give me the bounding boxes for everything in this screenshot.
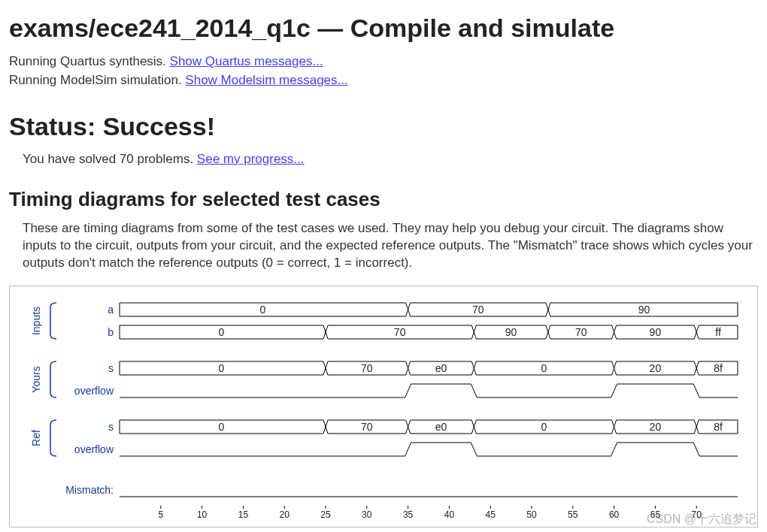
svg-text:70: 70 — [361, 362, 373, 374]
svg-text:e0: e0 — [435, 421, 447, 433]
svg-text:0: 0 — [541, 421, 547, 433]
timing-heading: Timing diagrams for selected test cases — [9, 188, 758, 211]
svg-text:Ref: Ref — [30, 430, 42, 446]
svg-text:20: 20 — [650, 362, 662, 374]
svg-text:70: 70 — [472, 304, 484, 316]
svg-text:0: 0 — [219, 326, 225, 338]
svg-text:a: a — [108, 304, 114, 316]
quartus-line: Running Quartus synthesis. Show Quartus … — [9, 53, 758, 71]
svg-text:15: 15 — [238, 509, 249, 520]
quartus-link[interactable]: Show Quartus messages... — [170, 54, 323, 68]
svg-text:35: 35 — [403, 509, 414, 520]
modelsim-prefix: Running ModelSim simulation. — [9, 73, 185, 87]
status-heading: Status: Success! — [9, 112, 758, 141]
svg-text:20: 20 — [650, 421, 662, 433]
modelsim-link[interactable]: Show Modelsim messages... — [185, 73, 347, 87]
svg-text:90: 90 — [650, 326, 662, 338]
progress-link[interactable]: See my progress... — [197, 152, 305, 166]
page-title: exams/ece241_2014_q1c — Compile and simu… — [9, 14, 758, 43]
timing-diagram: a07090b070907090ffInputss070e00208foverf… — [9, 286, 758, 527]
progress-prefix: You have solved 70 problems. — [23, 152, 197, 166]
svg-text:s: s — [108, 421, 114, 433]
svg-text:90: 90 — [505, 326, 517, 338]
svg-text:b: b — [108, 326, 114, 338]
svg-text:10: 10 — [197, 509, 208, 520]
svg-text:ff: ff — [715, 326, 721, 338]
svg-text:55: 55 — [568, 509, 578, 520]
svg-text:45: 45 — [486, 509, 496, 520]
svg-text:8f: 8f — [714, 362, 723, 374]
svg-text:30: 30 — [362, 509, 372, 520]
svg-text:70: 70 — [361, 421, 373, 433]
svg-text:0: 0 — [259, 304, 265, 316]
svg-text:e0: e0 — [435, 362, 447, 374]
svg-text:overflow: overflow — [74, 443, 114, 455]
svg-text:0: 0 — [219, 362, 225, 374]
svg-text:70: 70 — [575, 326, 587, 338]
svg-text:20: 20 — [280, 509, 290, 520]
svg-text:0: 0 — [541, 362, 547, 374]
svg-text:overflow: overflow — [74, 385, 114, 397]
quartus-prefix: Running Quartus synthesis. — [9, 54, 170, 68]
svg-text:50: 50 — [526, 509, 537, 520]
svg-text:70: 70 — [692, 509, 702, 520]
svg-text:Inputs: Inputs — [30, 307, 42, 335]
modelsim-line: Running ModelSim simulation. Show Models… — [9, 72, 758, 89]
svg-text:25: 25 — [320, 509, 331, 520]
svg-text:90: 90 — [638, 304, 650, 316]
svg-text:Yours: Yours — [30, 366, 42, 392]
svg-text:Mismatch:: Mismatch: — [65, 484, 114, 496]
svg-text:70: 70 — [394, 326, 406, 338]
svg-text:0: 0 — [219, 421, 225, 433]
svg-text:65: 65 — [650, 509, 661, 520]
progress-line: You have solved 70 problems. See my prog… — [23, 152, 758, 167]
svg-text:40: 40 — [444, 509, 455, 520]
svg-text:5: 5 — [158, 509, 163, 520]
timing-desc: These are timing diagrams from some of t… — [23, 220, 758, 272]
svg-text:8f: 8f — [714, 421, 723, 433]
svg-text:60: 60 — [609, 509, 620, 520]
svg-text:s: s — [108, 362, 114, 374]
